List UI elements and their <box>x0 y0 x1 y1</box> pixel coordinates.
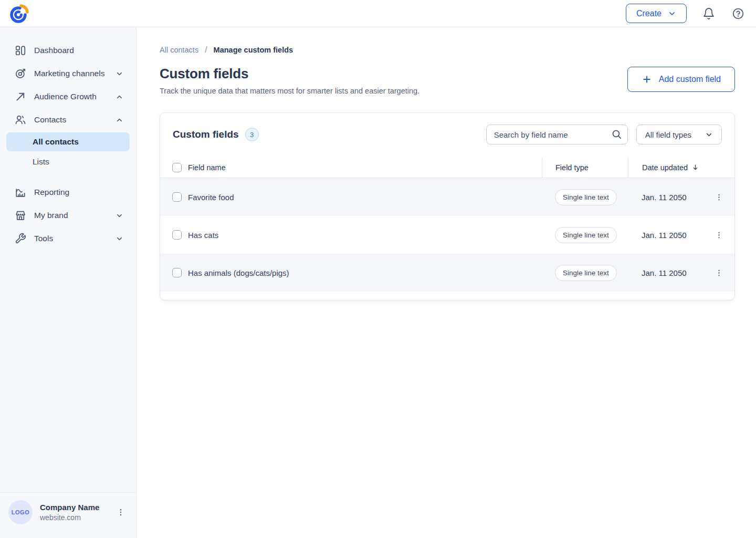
row-checkbox-cell <box>160 178 188 216</box>
sidebar-item-reporting[interactable]: Reporting <box>0 181 136 204</box>
reporting-icon <box>15 187 26 198</box>
constant-contact-logo-icon <box>8 2 31 25</box>
row-actions-button[interactable] <box>712 190 726 204</box>
breadcrumb-all-contacts[interactable]: All contacts <box>160 46 198 54</box>
audience-growth-icon <box>15 91 26 102</box>
breadcrumb-separator: / <box>205 45 207 55</box>
chevron-down-icon <box>116 70 123 78</box>
table-header: Field name Field type Date updated <box>160 157 734 178</box>
sidebar-item-contacts[interactable]: Contacts <box>0 108 136 131</box>
app-window: Create Dashboa <box>0 0 756 538</box>
page-header: Custom fields Track the unique data that… <box>160 66 735 95</box>
marketing-channels-icon <box>15 68 26 79</box>
chevron-up-icon <box>116 93 123 101</box>
sidebar-item-lists[interactable]: Lists <box>6 152 130 171</box>
sidebar-item-dashboard[interactable]: Dashboard <box>0 39 136 62</box>
date-updated-cell: Jan. 11 2050 <box>628 178 703 216</box>
add-custom-field-label: Add custom field <box>659 75 721 84</box>
breadcrumb: All contacts / Manage custom fields <box>160 45 735 55</box>
account-menu-button[interactable] <box>114 505 128 519</box>
chevron-down-icon <box>116 212 123 220</box>
create-button[interactable]: Create <box>626 4 687 23</box>
date-updated: Jan. 11 2050 <box>642 193 687 202</box>
date-updated-cell: Jan. 11 2050 <box>628 216 703 254</box>
kebab-icon <box>715 231 723 240</box>
row-checkbox[interactable] <box>172 230 182 240</box>
dashboard-icon <box>15 45 26 56</box>
topbar: Create <box>0 0 756 27</box>
plus-icon <box>642 74 652 85</box>
table-row: Has animals (dogs/cats/pigs) Single line… <box>160 254 734 292</box>
sidebar-item-tools[interactable]: Tools <box>0 227 136 250</box>
row-checkbox[interactable] <box>172 268 182 277</box>
field-type-filter-value: All field types <box>645 130 691 139</box>
chevron-up-icon <box>116 116 123 124</box>
row-checkbox-cell <box>160 254 188 292</box>
table-row: Favorite food Single line text Jan. 11 2… <box>160 178 734 216</box>
field-type-cell: Single line text <box>542 254 628 292</box>
date-updated-cell: Jan. 11 2050 <box>628 254 703 292</box>
sidebar-item-my-brand[interactable]: My brand <box>0 204 136 227</box>
company-name: Company Name <box>40 503 107 512</box>
chevron-down-icon <box>668 9 676 18</box>
column-header-field-name: Field name <box>188 157 542 178</box>
sidebar-item-label: Contacts <box>34 115 108 125</box>
field-name: Favorite food <box>188 178 542 216</box>
row-actions-button[interactable] <box>712 266 726 280</box>
sort-desc-icon <box>691 163 699 171</box>
company-info: Company Name website.com <box>40 503 107 522</box>
contacts-icon <box>15 114 26 126</box>
sidebar-item-audience-growth[interactable]: Audience Growth <box>0 85 136 108</box>
sidebar-item-label: My brand <box>34 211 108 220</box>
account-footer: LOGO Company Name website.com <box>0 492 136 538</box>
topbar-actions: Create <box>626 4 746 23</box>
sidebar-item-label: Marketing channels <box>34 69 108 78</box>
card-controls: All field types <box>486 125 722 144</box>
search-field-wrap <box>486 125 628 144</box>
create-button-label: Create <box>636 9 662 18</box>
row-actions-button[interactable] <box>712 228 726 242</box>
row-actions-cell <box>703 216 734 254</box>
column-header-field-type: Field type <box>542 157 628 178</box>
date-updated: Jan. 11 2050 <box>642 268 687 277</box>
company-avatar: LOGO <box>8 500 33 524</box>
field-name: Has animals (dogs/cats/pigs) <box>188 254 542 292</box>
sidebar-nav: Dashboard Marketing channels Audience Gr… <box>0 39 136 250</box>
field-type-badge: Single line text <box>555 227 617 243</box>
help-button[interactable] <box>731 6 746 21</box>
select-all-checkbox[interactable] <box>172 163 182 172</box>
field-type-cell: Single line text <box>542 178 628 216</box>
header-checkbox-cell <box>160 157 188 178</box>
search-input[interactable] <box>486 125 628 144</box>
row-checkbox-cell <box>160 216 188 254</box>
header-actions-cell <box>703 157 734 178</box>
kebab-icon <box>715 193 723 202</box>
page-title-block: Custom fields Track the unique data that… <box>160 66 419 95</box>
card-header: Custom fields 3 All field types <box>160 113 734 157</box>
sidebar-item-all-contacts[interactable]: All contacts <box>6 132 130 151</box>
page-subtitle: Track the unique data that matters most … <box>160 87 419 95</box>
field-type-badge: Single line text <box>555 189 617 205</box>
card-title: Custom fields <box>173 129 239 140</box>
nav-spacer <box>0 172 136 181</box>
column-header-label: Date updated <box>642 163 688 172</box>
row-actions-cell <box>703 254 734 292</box>
kebab-icon <box>116 508 125 517</box>
tools-icon <box>15 233 26 244</box>
date-updated: Jan. 11 2050 <box>642 231 687 240</box>
field-type-filter[interactable]: All field types <box>636 125 722 144</box>
field-count-badge: 3 <box>245 128 259 141</box>
chevron-down-icon <box>705 131 713 139</box>
custom-fields-card: Custom fields 3 All field types <box>160 112 735 301</box>
row-checkbox[interactable] <box>172 192 182 202</box>
notifications-button[interactable] <box>701 6 716 21</box>
breadcrumb-current: Manage custom fields <box>214 46 293 54</box>
sidebar-item-marketing-channels[interactable]: Marketing channels <box>0 62 136 85</box>
column-header-date-updated[interactable]: Date updated <box>628 157 703 178</box>
help-icon <box>732 7 744 20</box>
sidebar-item-label: Reporting <box>34 188 123 197</box>
sidebar-item-label: Lists <box>33 157 49 167</box>
chevron-down-icon <box>116 235 123 243</box>
add-custom-field-button[interactable]: Add custom field <box>627 67 735 92</box>
brand-logo[interactable] <box>7 2 32 26</box>
